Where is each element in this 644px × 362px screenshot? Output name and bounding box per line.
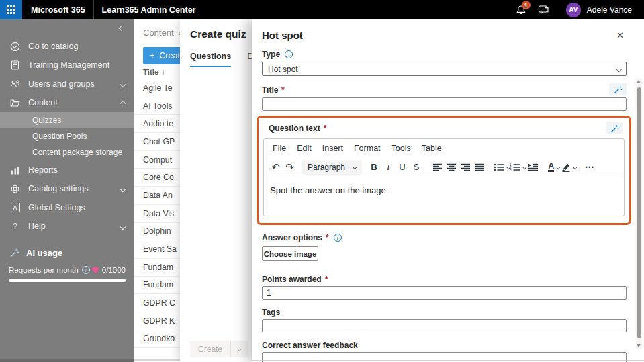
sidebar-item-label: Global Settings	[28, 203, 85, 212]
sidebar-item-label: Reports	[28, 165, 58, 175]
sidebar-item-label: Help	[28, 222, 46, 231]
chevron-down-icon	[616, 66, 621, 72]
type-dropdown[interactable]: Hot spot	[262, 62, 627, 76]
scroll-down-arrow-icon[interactable]	[637, 344, 641, 347]
chevron-down-icon	[556, 165, 560, 169]
align-center-icon	[447, 163, 457, 171]
column-header-title[interactable]: Title ↑	[143, 68, 165, 76]
sidebar-item-help[interactable]: ? Help	[0, 217, 134, 236]
points-awarded-label: Points awarded	[262, 275, 322, 284]
feedback-button[interactable]	[533, 0, 555, 19]
brand-label[interactable]: Microsoft 365	[31, 5, 85, 15]
info-icon[interactable]: i	[285, 50, 293, 58]
required-marker: *	[325, 275, 328, 284]
underline-button[interactable]: U	[396, 159, 410, 175]
redo-button[interactable]: ↷	[283, 159, 297, 175]
align-right-icon	[461, 163, 471, 171]
panel-scrollbar[interactable]	[636, 79, 642, 349]
breadcrumb-content[interactable]: Content	[143, 28, 174, 38]
justify-icon	[475, 163, 485, 171]
sidebar-item-content[interactable]: Content	[0, 93, 134, 112]
more-tools-button[interactable]: •••	[583, 159, 597, 175]
undo-button[interactable]: ↶	[269, 159, 283, 175]
magic-wand-icon	[9, 248, 19, 258]
sidebar-collapse-button[interactable]	[0, 19, 134, 37]
chevron-down-icon	[573, 165, 577, 169]
app-launcher-button[interactable]	[0, 0, 22, 19]
indent-icon	[528, 163, 539, 171]
strikethrough-button[interactable]: S	[410, 159, 424, 175]
app-title[interactable]: Learn365 Admin Center	[102, 5, 196, 15]
notifications-button[interactable]: 1	[510, 0, 533, 19]
ai-generate-title-button[interactable]	[609, 83, 627, 95]
sidebar-item-catalog-settings[interactable]: Catalog settings	[0, 179, 134, 198]
sidebar-item-training-management[interactable]: Training Management	[0, 56, 134, 75]
scrollbar-thumb[interactable]	[637, 87, 641, 338]
question-text-content[interactable]: Spot the answer on the image.	[264, 177, 624, 216]
title-label: Title	[262, 85, 278, 95]
plus-icon: +	[150, 51, 154, 60]
close-icon[interactable]: ✕	[614, 29, 627, 42]
menu-insert[interactable]: Insert	[317, 144, 349, 153]
sidebar-item-label: Question Pools	[32, 132, 87, 141]
scroll-up-arrow-icon[interactable]	[637, 80, 641, 83]
paragraph-style-dropdown[interactable]: Paragraph	[302, 160, 362, 175]
ai-generate-question-button[interactable]	[606, 122, 623, 134]
rich-text-editor: File Edit Insert Format Tools Table ↶ ↷ …	[263, 138, 625, 216]
chevron-down-icon	[121, 222, 125, 231]
menu-format[interactable]: Format	[349, 144, 386, 153]
question-text-label: Question text	[269, 124, 320, 133]
sidebar-item-global-settings[interactable]: A Global Settings	[0, 198, 134, 217]
sidebar-item-reports[interactable]: Reports	[0, 161, 134, 179]
menu-tools[interactable]: Tools	[386, 144, 416, 153]
correct-answer-feedback-input[interactable]	[262, 352, 627, 362]
bar-chart-icon	[9, 166, 21, 175]
create-quiz-panel-title: Create quiz	[190, 28, 246, 40]
highlight-color-button[interactable]	[561, 159, 577, 175]
sidebar-item-label: Go to catalog	[28, 42, 78, 51]
text-color-button[interactable]: A	[547, 159, 561, 175]
breadcrumb[interactable]: Content ›	[143, 28, 181, 38]
highlighter-icon	[561, 163, 571, 172]
magic-wand-icon	[614, 85, 623, 94]
align-right-button[interactable]	[459, 159, 473, 175]
info-icon[interactable]: i	[334, 234, 342, 242]
ai-usage-section[interactable]: AI usage	[0, 245, 134, 260]
create-split-button[interactable]: Create	[190, 341, 248, 357]
indent-button[interactable]	[526, 159, 541, 175]
sidebar-item-quizzes[interactable]: Quizzes	[0, 112, 134, 128]
user-name[interactable]: Adele Vance	[587, 5, 637, 15]
sidebar-item-label: Users and groups	[28, 79, 95, 89]
ai-usage-progress-bar	[9, 279, 126, 282]
bullet-list-icon	[494, 163, 504, 171]
title-input[interactable]	[262, 97, 627, 111]
editor-toolbar: ↶ ↷ Paragraph B I U S	[264, 157, 624, 177]
menu-table[interactable]: Table	[416, 144, 447, 153]
tags-input[interactable]	[262, 319, 627, 332]
info-icon[interactable]: i	[82, 266, 90, 274]
italic-button[interactable]: I	[381, 159, 396, 175]
bullet-list-button[interactable]	[494, 159, 510, 175]
menu-file[interactable]: File	[267, 144, 291, 153]
type-label: Type	[262, 50, 280, 59]
create-dropdown-button[interactable]	[230, 341, 248, 357]
magic-wand-icon	[610, 124, 619, 133]
avatar[interactable]: AV	[566, 3, 581, 17]
tab-questions[interactable]: Questions	[190, 52, 231, 67]
align-center-button[interactable]	[445, 159, 459, 175]
sidebar-item-go-to-catalog[interactable]: Go to catalog	[0, 37, 134, 56]
catalog-check-icon	[9, 42, 21, 52]
chevron-down-icon	[121, 184, 125, 193]
bold-button[interactable]: B	[367, 159, 381, 175]
align-left-button[interactable]	[430, 159, 445, 175]
choose-image-button[interactable]: Choose image	[262, 246, 318, 261]
numbered-list-button[interactable]: 123	[510, 159, 526, 175]
menu-edit[interactable]: Edit	[291, 144, 317, 153]
svg-text:3: 3	[510, 169, 512, 171]
sidebar-item-users-and-groups[interactable]: Users and groups	[0, 75, 134, 93]
sidebar-item-content-package-storage[interactable]: Content package storage	[0, 144, 134, 161]
ai-usage-label: AI usage	[26, 248, 62, 258]
points-awarded-input[interactable]	[262, 286, 627, 300]
sidebar-item-question-pools[interactable]: Question Pools	[0, 128, 134, 144]
justify-button[interactable]	[473, 159, 487, 175]
